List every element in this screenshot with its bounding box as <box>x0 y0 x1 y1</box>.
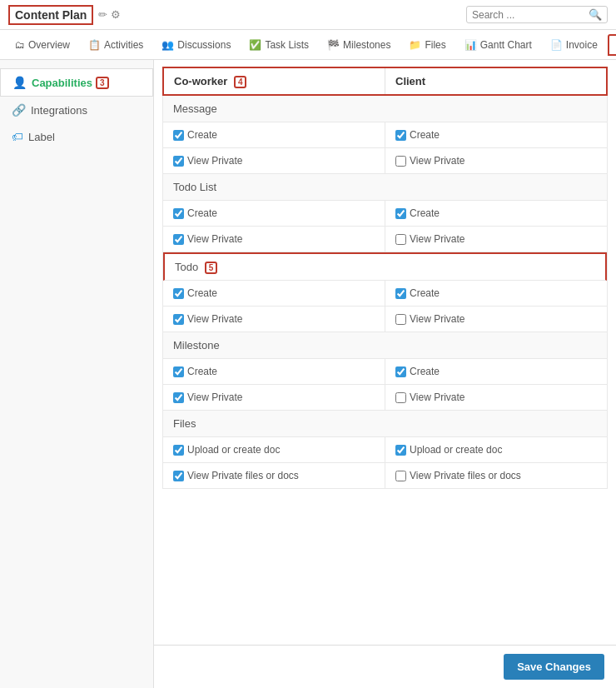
client-create-checkbox[interactable] <box>395 288 406 299</box>
section-milestone: Milestone Create Create <box>162 332 608 411</box>
coworker-upload-cell: Upload or create doc <box>163 437 385 462</box>
coworker-create-checkbox[interactable] <box>173 130 184 141</box>
client-viewprivate-label[interactable]: View Private <box>395 155 464 167</box>
capabilities-label-wrap: Capabilities 3 <box>32 77 109 89</box>
page-title: Content Plan <box>8 5 93 25</box>
coworker-viewprivate-label[interactable]: View Private <box>173 391 242 403</box>
section-todo-list-title: Todo List <box>163 174 607 201</box>
coworker-viewprivate-cell: View Private <box>163 385 385 410</box>
client-create-checkbox[interactable] <box>395 130 406 141</box>
client-upload-cell: Upload or create doc <box>385 437 607 462</box>
coworker-create-checkbox[interactable] <box>173 366 184 377</box>
sidebar-item-label[interactable]: 🏷 Label <box>0 123 153 150</box>
coworker-viewprivate-label[interactable]: View Private <box>173 313 242 325</box>
coworker-upload-checkbox[interactable] <box>173 445 184 456</box>
coworker-viewprivate-files-checkbox[interactable] <box>173 471 184 481</box>
coworker-viewprivate-checkbox[interactable] <box>173 156 184 167</box>
client-create-cell: Create <box>385 201 607 226</box>
coworker-create-label[interactable]: Create <box>173 366 217 377</box>
table-row: View Private files or docs View Private … <box>163 463 607 488</box>
label-icon: 🏷 <box>12 130 23 143</box>
client-viewprivate-cell: View Private <box>385 227 607 252</box>
coworker-viewprivate-cell: View Private <box>163 148 385 173</box>
coworker-upload-label[interactable]: Upload or create doc <box>173 444 280 456</box>
table-row: Create Create <box>163 359 607 385</box>
section-todo-title: Todo 5 <box>163 252 607 281</box>
table-row: Create Create <box>163 201 607 227</box>
table-row: View Private View Private <box>163 307 607 332</box>
client-viewprivate-files-checkbox[interactable] <box>395 471 406 481</box>
coworker-viewprivate-files-label[interactable]: View Private files or docs <box>173 470 299 481</box>
search-icon: 🔍 <box>589 8 602 21</box>
capabilities-header: Co-worker 4 Client <box>162 67 608 96</box>
client-viewprivate-files-label[interactable]: View Private files or docs <box>395 470 521 481</box>
client-create-cell: Create <box>385 122 607 147</box>
gantt-icon: 📊 <box>464 39 477 51</box>
coworker-create-cell: Create <box>163 281 385 306</box>
edit-icon[interactable]: ✏ <box>98 8 107 21</box>
client-viewprivate-checkbox[interactable] <box>395 392 406 403</box>
client-viewprivate-label[interactable]: View Private <box>395 233 464 245</box>
table-row: Create Create <box>163 122 607 148</box>
tab-milestones[interactable]: 🏁 Milestones <box>319 34 399 56</box>
main-layout: 👤 Capabilities 3 🔗 Integrations 🏷 Label … <box>0 60 616 688</box>
client-upload-checkbox[interactable] <box>395 445 406 456</box>
coworker-create-checkbox[interactable] <box>173 208 184 219</box>
invoice-icon: 📄 <box>550 39 563 51</box>
client-viewprivate-cell: View Private <box>385 148 607 173</box>
coworker-viewprivate-label[interactable]: View Private <box>173 233 242 245</box>
annotation-badge-5: 5 <box>205 262 218 274</box>
client-viewprivate-label[interactable]: View Private <box>395 391 464 403</box>
client-create-checkbox[interactable] <box>395 208 406 219</box>
tab-discussions[interactable]: 👥 Discussions <box>153 34 239 56</box>
tab-gantt-chart[interactable]: 📊 Gantt Chart <box>456 34 540 56</box>
sidebar: 👤 Capabilities 3 🔗 Integrations 🏷 Label <box>0 60 154 688</box>
coworker-create-checkbox[interactable] <box>173 288 184 299</box>
client-viewprivate-label[interactable]: View Private <box>395 313 464 325</box>
overview-icon: 🗂 <box>15 39 25 51</box>
top-bar: Content Plan ✏ ⚙ 🔍 <box>0 0 616 30</box>
activities-icon: 📋 <box>88 39 101 51</box>
client-upload-label[interactable]: Upload or create doc <box>395 444 502 456</box>
coworker-create-label[interactable]: Create <box>173 287 217 299</box>
coworker-create-label[interactable]: Create <box>173 207 217 219</box>
integrations-icon: 🔗 <box>12 103 26 117</box>
coworker-viewprivate-checkbox[interactable] <box>173 392 184 403</box>
client-viewprivate-checkbox[interactable] <box>395 234 406 245</box>
table-row: Create Create <box>163 281 607 307</box>
section-milestone-title: Milestone <box>163 332 607 359</box>
coworker-viewprivate-checkbox[interactable] <box>173 234 184 245</box>
task-lists-icon: ✅ <box>249 39 261 51</box>
table-row: View Private View Private <box>163 385 607 410</box>
sidebar-item-integrations[interactable]: 🔗 Integrations <box>0 97 153 123</box>
milestones-icon: 🏁 <box>327 39 340 51</box>
tab-task-lists[interactable]: ✅ Task Lists <box>241 34 317 56</box>
client-create-label[interactable]: Create <box>395 366 440 377</box>
section-todo-list: Todo List Create Create <box>162 174 608 252</box>
tab-settings[interactable]: ⚙ Settings <box>608 34 616 56</box>
coworker-viewprivate-checkbox[interactable] <box>173 314 184 325</box>
coworker-create-label[interactable]: Create <box>173 129 217 141</box>
section-todo: Todo 5 Create Create <box>162 252 608 332</box>
client-viewprivate-checkbox[interactable] <box>395 156 406 167</box>
sidebar-item-capabilities[interactable]: 👤 Capabilities 3 <box>0 68 153 97</box>
coworker-viewprivate-label[interactable]: View Private <box>173 155 242 167</box>
client-create-label[interactable]: Create <box>395 287 440 299</box>
content-area: Co-worker 4 Client Message Create <box>154 60 616 688</box>
settings-gear-icon[interactable]: ⚙ <box>111 8 121 21</box>
table-row: View Private View Private <box>163 148 607 173</box>
search-input[interactable] <box>472 9 589 21</box>
client-col-header: Client <box>385 68 606 94</box>
client-create-label[interactable]: Create <box>395 207 440 219</box>
client-create-label[interactable]: Create <box>395 129 440 141</box>
client-create-checkbox[interactable] <box>395 366 406 377</box>
tab-activities[interactable]: 📋 Activities <box>80 34 152 56</box>
tab-invoice[interactable]: 📄 Invoice <box>542 34 606 56</box>
tab-files[interactable]: 📁 Files <box>400 34 454 56</box>
client-create-cell: Create <box>385 359 607 384</box>
footer-bar: Save Changes <box>154 645 616 688</box>
save-button[interactable]: Save Changes <box>504 654 604 680</box>
tab-overview[interactable]: 🗂 Overview <box>7 34 78 56</box>
client-viewprivate-checkbox[interactable] <box>395 314 406 325</box>
nav-tabs: 🗂 Overview 📋 Activities 👥 Discussions ✅ … <box>0 30 616 60</box>
